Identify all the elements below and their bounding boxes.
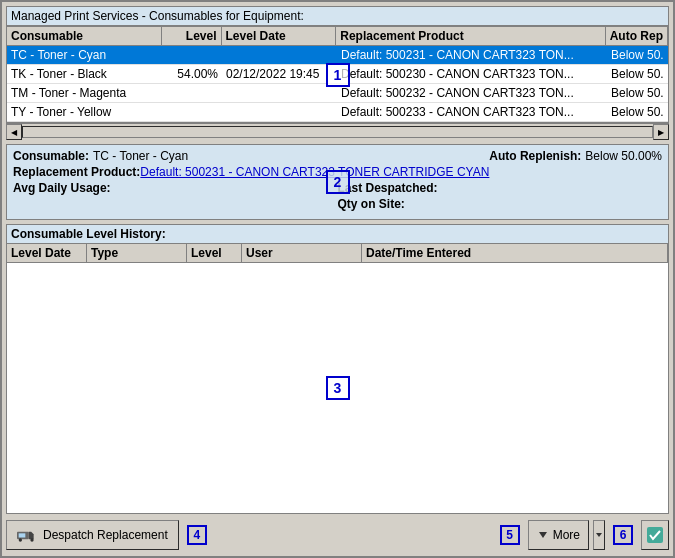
despatch-btn-label: Despatch Replacement	[43, 528, 168, 542]
th-replacement: Replacement Product	[336, 27, 605, 45]
replacement-detail-row: Replacement Product: Default: 500231 - C…	[13, 165, 662, 179]
table-row[interactable]: TY - Toner - Yellow Default: 500233 - CA…	[7, 103, 668, 122]
replacement-link[interactable]: Default: 500231 - CANON CART323 TONER CA…	[140, 165, 489, 179]
history-section: Consumable Level History: Level Date Typ…	[6, 224, 669, 514]
qty-on-site-row: Qty on Site:	[338, 197, 663, 211]
scroll-track[interactable]	[22, 126, 653, 138]
avg-row: Avg Daily Usage: Last Despatched: Qty on…	[13, 181, 662, 213]
hth-type: Type	[87, 244, 187, 262]
main-window: Managed Print Services - Consumables for…	[0, 0, 675, 558]
bottom-bar: Despatch Replacement 4 5 More 6	[6, 518, 669, 552]
consumable-value: TC - Toner - Cyan	[93, 149, 188, 163]
scroll-right-arrow[interactable]: ▶	[653, 124, 669, 140]
svg-rect-4	[19, 533, 26, 537]
table-row[interactable]: TK - Toner - Black 54.00% 02/12/2022 19:…	[7, 65, 668, 84]
badge-5: 5	[500, 525, 520, 545]
td-leveldate: 02/12/2022 19:45	[222, 65, 337, 83]
consumable-detail-row: Consumable: TC - Toner - Cyan Auto Reple…	[13, 149, 662, 163]
table-scrollbar[interactable]: ◀ ▶	[6, 123, 669, 140]
consumables-table-container: Consumable Level Level Date Replacement …	[6, 26, 669, 123]
td-consumable: TY - Toner - Yellow	[7, 103, 162, 121]
title-bar: Managed Print Services - Consumables for…	[6, 6, 669, 26]
history-empty-badge-area: 3	[7, 263, 668, 513]
td-autorep: Below 50.	[607, 46, 668, 64]
svg-marker-6	[596, 533, 602, 537]
title-text: Managed Print Services - Consumables for…	[11, 9, 304, 23]
hth-leveldate: Level Date	[7, 244, 87, 262]
auto-replenish-label: Auto Replenish:	[489, 149, 581, 163]
history-number-badge: 3	[326, 376, 350, 400]
table-row[interactable]: TC - Toner - Cyan Default: 500231 - CANO…	[7, 46, 668, 65]
td-leveldate	[222, 103, 337, 121]
svg-marker-1	[29, 532, 34, 540]
table-row[interactable]: TM - Toner - Magenta Default: 500232 - C…	[7, 84, 668, 103]
more-dropdown-arrow[interactable]	[593, 520, 605, 550]
td-consumable: TM - Toner - Magenta	[7, 84, 162, 102]
svg-point-2	[19, 538, 22, 541]
more-button[interactable]: More	[528, 520, 589, 550]
hth-datetime-entered: Date/Time Entered	[362, 244, 668, 262]
action-icon	[647, 527, 663, 543]
td-level	[162, 103, 222, 121]
detail-section: Consumable: TC - Toner - Cyan Auto Reple…	[6, 144, 669, 220]
dropdown-arrow-icon	[537, 530, 549, 540]
badge-4: 4	[187, 525, 207, 545]
td-leveldate	[222, 84, 337, 102]
auto-replenish-value: Below 50.00%	[585, 149, 662, 163]
td-autorep: Below 50.	[607, 65, 668, 83]
despatch-replacement-button[interactable]: Despatch Replacement	[6, 520, 179, 550]
avg-left: Avg Daily Usage:	[13, 181, 338, 213]
th-leveldate: Level Date	[222, 27, 337, 45]
td-replacement: Default: 500230 - CANON CART323 TON...	[337, 65, 607, 83]
qty-on-site-label: Qty on Site:	[338, 197, 405, 211]
truck-icon	[17, 528, 37, 542]
replacement-label: Replacement Product:	[13, 165, 140, 179]
th-autorep: Auto Rep	[606, 27, 668, 45]
hth-user: User	[242, 244, 362, 262]
last-despatched-label: Last Despatched:	[338, 181, 438, 195]
history-label: Consumable Level History:	[7, 225, 668, 243]
td-replacement: Default: 500231 - CANON CART323 TON...	[337, 46, 607, 64]
table-header: Consumable Level Level Date Replacement …	[7, 27, 668, 46]
td-level	[162, 84, 222, 102]
history-table-header: Level Date Type Level User Date/Time Ent…	[7, 243, 668, 263]
badge-6: 6	[613, 525, 633, 545]
th-consumable: Consumable	[7, 27, 162, 45]
consumable-label: Consumable:	[13, 149, 89, 163]
td-level: 54.00%	[162, 65, 222, 83]
td-leveldate	[222, 46, 337, 64]
td-consumable: TK - Toner - Black	[7, 65, 162, 83]
svg-rect-7	[647, 527, 663, 543]
avg-right: Last Despatched: Qty on Site:	[338, 181, 663, 213]
more-btn-label: More	[553, 528, 580, 542]
last-despatched-row: Last Despatched:	[338, 181, 663, 195]
td-level	[162, 46, 222, 64]
scroll-left-arrow[interactable]: ◀	[6, 124, 22, 140]
history-body: 3	[7, 263, 668, 513]
table-body: TC - Toner - Cyan Default: 500231 - CANO…	[7, 46, 668, 122]
svg-point-3	[30, 538, 33, 541]
svg-marker-5	[539, 532, 547, 538]
td-replacement: Default: 500233 - CANON CART323 TON...	[337, 103, 607, 121]
td-consumable: TC - Toner - Cyan	[7, 46, 162, 64]
td-replacement: Default: 500232 - CANON CART323 TON...	[337, 84, 607, 102]
td-autorep: Below 50.	[607, 103, 668, 121]
td-autorep: Below 50.	[607, 84, 668, 102]
th-level: Level	[162, 27, 222, 45]
chevron-down-icon	[595, 531, 603, 539]
avg-daily-label: Avg Daily Usage:	[13, 181, 111, 195]
hth-level: Level	[187, 244, 242, 262]
action-button[interactable]	[641, 520, 669, 550]
